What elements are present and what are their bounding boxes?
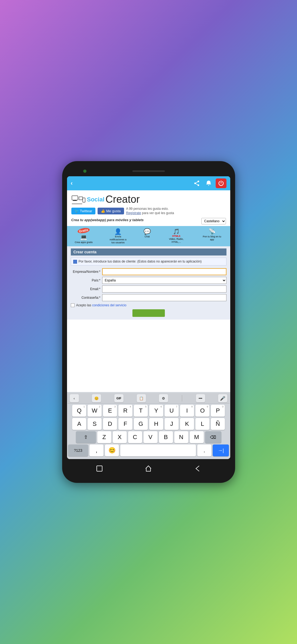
share-icon[interactable] — [192, 178, 202, 188]
submit-button[interactable] — [132, 309, 165, 317]
back-nav-button[interactable] — [193, 464, 202, 473]
recents-button[interactable] — [95, 464, 104, 473]
input-password[interactable] — [102, 294, 226, 301]
key-c[interactable]: C — [128, 431, 142, 443]
brand-creator-text: Creator — [105, 194, 140, 205]
phone-device: ‹ — [62, 161, 235, 483]
home-button[interactable] — [144, 464, 153, 473]
twitter-button[interactable]: 🐦 Twittear — [71, 208, 96, 214]
key-z[interactable]: Z — [97, 431, 111, 443]
key-y[interactable]: 6Y — [149, 405, 163, 417]
terms-link[interactable]: condiciones del servicio — [92, 303, 126, 307]
label-empresa: Empresa/Nombre:* — [71, 270, 101, 274]
gif-button[interactable]: GIF — [114, 394, 124, 402]
feature-label-apps: Crea apps gratis — [75, 241, 93, 244]
key-h[interactable]: H — [149, 418, 163, 430]
form-title: Crear cuenta — [71, 248, 226, 255]
like-label: Me gusta — [106, 209, 121, 213]
key-n[interactable]: N — [174, 431, 188, 443]
apps-icon: 💻 — [80, 234, 87, 241]
enter-key[interactable]: →| — [213, 444, 229, 456]
select-pais[interactable]: España — [102, 277, 226, 284]
svg-point-0 — [198, 181, 199, 182]
key-f[interactable]: F — [118, 418, 132, 430]
emoji-key[interactable]: 😊 — [105, 444, 119, 456]
like-button[interactable]: 👍 Me gusta — [98, 208, 124, 214]
settings-button[interactable]: ⚙ — [159, 394, 168, 402]
keyboard-row-4: ?123 , 😊 . →| — [68, 444, 229, 456]
feature-label-blog: Pon tu blog en tu app — [202, 235, 222, 241]
key-l[interactable]: L — [195, 418, 209, 430]
back-triangle-icon — [194, 465, 201, 472]
key-u[interactable]: 7U — [165, 405, 179, 417]
gear-icon: ⚙ — [162, 396, 165, 400]
feature-label-chat: Chat — [145, 235, 150, 238]
shift-icon: ⇧ — [84, 434, 88, 440]
key-n-tilde[interactable]: Ñ — [211, 418, 225, 430]
tagline-text: Crea tu app(webapp) para móviles y table… — [71, 218, 144, 222]
like-description: A 99 personas les gusta esto. Regístrate… — [126, 207, 174, 215]
shift-key[interactable]: ⇧ — [76, 431, 96, 443]
language-selector[interactable]: Castellano — [201, 218, 226, 224]
key-w[interactable]: 2W — [88, 405, 102, 417]
square-icon — [96, 465, 103, 472]
feature-item-notifications: 👤 Envía notificaciones a tus usuarios — [107, 227, 129, 245]
field-row-email: Email:* — [71, 286, 226, 293]
keyboard-rows: 1Q 2W 3E 4R 5T 6Y 7U 8I 9O 0P A S D F — [68, 404, 230, 459]
label-password: Contraseña:* — [71, 296, 101, 300]
clipboard-button[interactable]: 📋 — [137, 394, 146, 402]
bell-icon[interactable] — [204, 178, 213, 188]
key-x[interactable]: X — [113, 431, 127, 443]
backspace-key[interactable]: ⌫ — [205, 431, 221, 443]
key-e[interactable]: 3E — [103, 405, 117, 417]
key-m[interactable]: M — [190, 431, 204, 443]
period-key[interactable]: . — [197, 444, 211, 456]
more-button[interactable]: ••• — [196, 394, 205, 402]
mic-button[interactable]: 🎤 — [218, 394, 227, 402]
emoji-toolbar-button[interactable]: 😊 — [92, 394, 101, 402]
key-g[interactable]: G — [134, 418, 148, 430]
svg-rect-5 — [72, 196, 78, 200]
terms-row: Acepto las condiciones del servicio — [71, 303, 226, 307]
key-a[interactable]: A — [72, 418, 86, 430]
keyboard-back-button[interactable]: ‹ — [70, 394, 79, 402]
input-email[interactable] — [102, 286, 226, 293]
svg-rect-10 — [97, 466, 102, 471]
key-p[interactable]: 0P — [211, 405, 225, 417]
space-key[interactable] — [120, 444, 196, 456]
label-pais: País:* — [71, 278, 101, 282]
keyboard-toolbar: ‹ 😊 GIF 📋 ⚙ ••• 🎤 — [68, 393, 230, 404]
input-empresa[interactable] — [102, 268, 226, 275]
twitter-icon: 🐦 — [75, 209, 79, 213]
back-button[interactable]: ‹ — [71, 180, 73, 187]
blog-icon: 📡 — [208, 228, 216, 235]
key-i[interactable]: 8I — [180, 405, 194, 417]
key-k[interactable]: K — [180, 418, 194, 430]
social-buttons: 🐦 Twittear 👍 Me gusta A 99 personas les … — [71, 207, 174, 215]
emoji-icon: 😊 — [94, 396, 99, 400]
key-o[interactable]: 9O — [195, 405, 209, 417]
terms-checkbox[interactable] — [71, 303, 75, 307]
key-v[interactable]: V — [144, 431, 158, 443]
gratis-badge: Gratis — [77, 227, 90, 234]
terms-text: Acepto las condiciones del servicio — [76, 303, 126, 307]
key-j[interactable]: J — [165, 418, 179, 430]
back-arrow-icon: ‹ — [74, 396, 75, 400]
comma-key[interactable]: , — [89, 444, 104, 456]
key-s[interactable]: S — [88, 418, 102, 430]
key-q[interactable]: 1Q — [72, 405, 86, 417]
key-t[interactable]: 5T — [134, 405, 148, 417]
field-row-password: Contraseña:* — [71, 294, 226, 301]
feature-strip: Gratis 💻 Crea apps gratis 👤 Envía notifi… — [67, 226, 230, 246]
feature-label-media: Video, Radio, HTML,... — [166, 238, 186, 244]
key-r[interactable]: 4R — [118, 405, 132, 417]
backspace-icon: ⌫ — [210, 435, 216, 440]
numbers-key[interactable]: ?123 — [68, 444, 88, 456]
home-icon — [145, 465, 152, 472]
key-d[interactable]: D — [103, 418, 117, 430]
form-info-text: Por favor, introduce tus datos de client… — [79, 260, 202, 263]
register-link[interactable]: Regístrate — [126, 211, 141, 215]
power-button[interactable] — [216, 178, 226, 188]
key-b[interactable]: B — [159, 431, 173, 443]
feature-item-blog: 📡 Pon tu blog en tu app — [201, 227, 223, 245]
